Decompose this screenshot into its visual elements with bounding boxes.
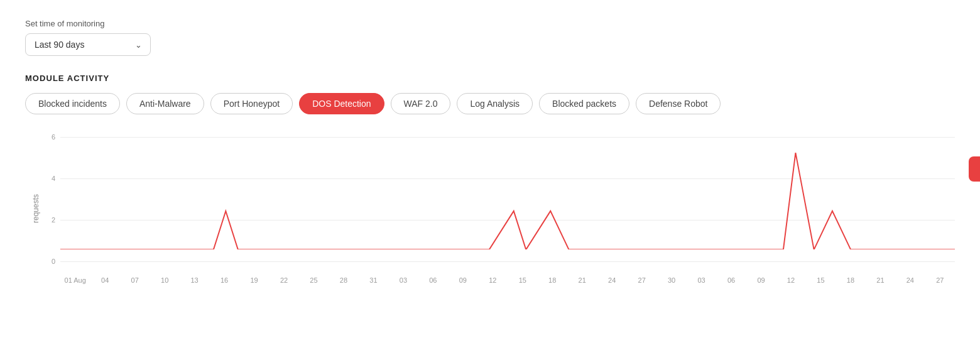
x-label-24b: 24 bbox=[895, 276, 925, 284]
y-axis-label: requests bbox=[25, 133, 43, 284]
y-tick-0: 0 bbox=[43, 258, 55, 265]
x-label-01aug: 01 Aug bbox=[60, 276, 90, 284]
x-label-03b: 03 bbox=[687, 276, 716, 284]
x-label-19: 19 bbox=[239, 276, 269, 284]
x-label-06: 06 bbox=[418, 276, 448, 284]
x-label-21: 21 bbox=[567, 276, 597, 284]
x-label-10: 10 bbox=[150, 276, 179, 284]
tab-dos-detection[interactable]: DOS Detection bbox=[299, 93, 384, 114]
x-label-31: 31 bbox=[359, 276, 388, 284]
x-label-21b: 21 bbox=[866, 276, 895, 284]
chart-container: requests 6 4 2 0 bbox=[25, 133, 955, 284]
x-label-27b: 27 bbox=[925, 276, 955, 284]
monitoring-label: Set time of monitoring bbox=[25, 19, 955, 28]
scroll-indicator[interactable] bbox=[969, 156, 980, 182]
x-label-04: 04 bbox=[90, 276, 119, 284]
tab-anti-malware[interactable]: Anti-Malware bbox=[126, 93, 204, 114]
x-label-12: 12 bbox=[478, 276, 508, 284]
chart-area: requests 6 4 2 0 bbox=[25, 133, 955, 284]
grid-bar-0 bbox=[60, 261, 955, 262]
x-label-24: 24 bbox=[597, 276, 626, 284]
time-dropdown-wrapper: Last 7 daysLast 30 daysLast 90 daysLast … bbox=[25, 33, 151, 56]
x-label-03: 03 bbox=[388, 276, 418, 284]
x-label-09b: 09 bbox=[746, 276, 776, 284]
x-axis-labels: 01 Aug 04 07 10 13 16 19 22 25 28 31 03 … bbox=[60, 268, 955, 284]
x-label-13: 13 bbox=[180, 276, 209, 284]
y-tick-2: 2 bbox=[43, 216, 55, 224]
chart-svg bbox=[60, 133, 955, 249]
y-tick-6: 6 bbox=[43, 133, 55, 141]
x-label-28: 28 bbox=[329, 276, 358, 284]
x-label-09: 09 bbox=[448, 276, 477, 284]
tab-waf-2[interactable]: WAF 2.0 bbox=[391, 93, 451, 114]
x-label-07: 07 bbox=[120, 276, 150, 284]
module-tabs-row: Blocked incidents Anti-Malware Port Hone… bbox=[25, 93, 955, 114]
x-label-22: 22 bbox=[269, 276, 298, 284]
monitoring-section: Set time of monitoring Last 7 daysLast 3… bbox=[25, 19, 955, 74]
x-label-12b: 12 bbox=[776, 276, 805, 284]
x-label-27: 27 bbox=[627, 276, 656, 284]
grid-line-0: 0 bbox=[43, 258, 955, 265]
x-label-15: 15 bbox=[508, 276, 537, 284]
tab-log-analysis[interactable]: Log Analysis bbox=[457, 93, 533, 114]
tab-defense-robot[interactable]: Defense Robot bbox=[636, 93, 721, 114]
tab-blocked-packets[interactable]: Blocked packets bbox=[539, 93, 629, 114]
tab-blocked-incidents[interactable]: Blocked incidents bbox=[25, 93, 120, 114]
module-activity-section: MODULE ACTIVITY Blocked incidents Anti-M… bbox=[25, 74, 955, 114]
chart-inner: 6 4 2 0 bbox=[43, 133, 955, 284]
tab-port-honeypot[interactable]: Port Honeypot bbox=[210, 93, 293, 114]
x-label-18: 18 bbox=[538, 276, 567, 284]
x-label-06b: 06 bbox=[716, 276, 746, 284]
y-tick-4: 4 bbox=[43, 175, 55, 182]
module-activity-title: MODULE ACTIVITY bbox=[25, 74, 955, 83]
x-label-18b: 18 bbox=[836, 276, 865, 284]
x-label-16: 16 bbox=[209, 276, 239, 284]
chart-line bbox=[60, 153, 955, 249]
x-label-15b: 15 bbox=[806, 276, 836, 284]
x-label-30: 30 bbox=[656, 276, 686, 284]
x-label-25: 25 bbox=[299, 276, 329, 284]
time-dropdown[interactable]: Last 7 daysLast 30 daysLast 90 daysLast … bbox=[25, 33, 151, 56]
